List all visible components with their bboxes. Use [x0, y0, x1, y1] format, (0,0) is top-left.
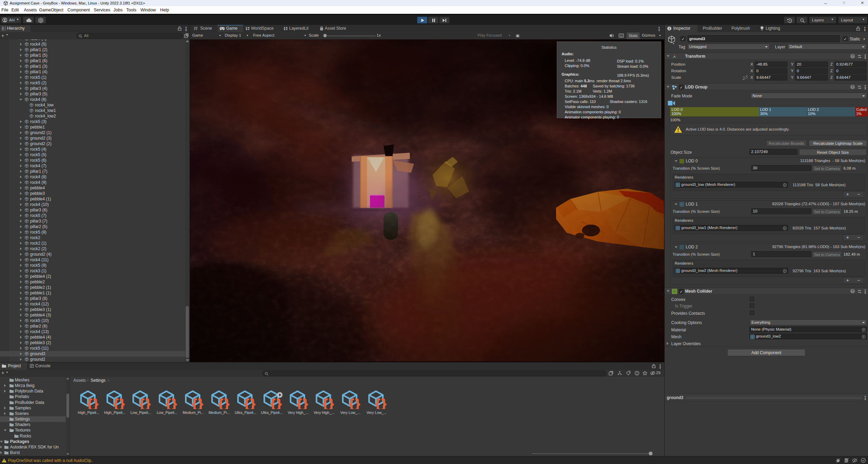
svg-text:{: {: [166, 397, 170, 409]
svg-text:{: {: [349, 397, 354, 409]
svg-text:{: {: [244, 397, 249, 409]
svg-text:{: {: [192, 397, 197, 409]
svg-text:}: }: [382, 397, 386, 409]
svg-text:}: }: [303, 397, 308, 409]
svg-text:}: }: [251, 397, 255, 409]
svg-text:}: }: [198, 397, 203, 409]
svg-text:{: {: [87, 397, 92, 409]
svg-text:}: }: [329, 397, 334, 409]
svg-text:}: }: [120, 397, 124, 409]
svg-text:{: {: [271, 397, 275, 409]
svg-text:{: {: [114, 397, 118, 409]
svg-text:{: {: [376, 397, 380, 409]
svg-text:}: }: [277, 397, 281, 409]
svg-text:}: }: [355, 397, 360, 409]
svg-text:{: {: [219, 397, 223, 409]
svg-text:}: }: [225, 397, 229, 409]
svg-text:}: }: [94, 397, 98, 409]
svg-text:{: {: [323, 397, 327, 409]
svg-text:{: {: [297, 397, 302, 409]
svg-text:}: }: [172, 397, 177, 409]
svg-text:{: {: [140, 397, 144, 409]
svg-text:}: }: [146, 397, 150, 409]
